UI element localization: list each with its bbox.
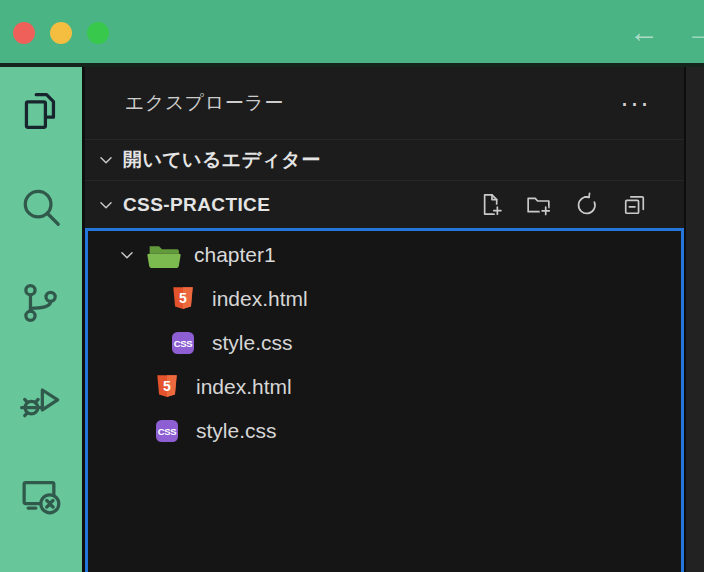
workspace-section-header[interactable]: CSS-PRACTICE: [85, 180, 684, 228]
css-icon: CSS: [155, 418, 179, 444]
open-editors-label: 開いているエディター: [123, 147, 321, 173]
tree-row-folder-chapter1[interactable]: chapter1: [88, 233, 681, 277]
pane-actions: [477, 191, 648, 218]
workspace-folder-label: CSS-PRACTICE: [123, 194, 270, 216]
svg-text:CSS: CSS: [174, 338, 192, 349]
activitybar-remote-explorer-button[interactable]: [18, 474, 64, 520]
explorer-sidebar: エクスプローラー ··· 開いているエディター CSS-PRACTICE: [85, 67, 686, 572]
folder-open-icon: [147, 241, 181, 270]
history-back-icon[interactable]: ←: [629, 14, 659, 50]
debug-play-bug-icon: [18, 376, 64, 426]
tree-item-label: chapter1: [194, 243, 276, 267]
svg-text:5: 5: [163, 378, 171, 394]
history-forward-icon[interactable]: →: [686, 14, 704, 50]
git-branch-icon: [18, 280, 64, 330]
remote-monitor-icon: [18, 472, 64, 522]
activitybar-explorer-button[interactable]: [18, 90, 64, 136]
svg-text:5: 5: [179, 290, 187, 306]
tree-item-label: style.css: [212, 331, 293, 355]
tree-item-label: index.html: [212, 287, 308, 311]
collapse-all-icon[interactable]: [621, 191, 648, 218]
tree-row-style-css[interactable]: CSS style.css: [88, 409, 681, 453]
activitybar-run-debug-button[interactable]: [18, 378, 64, 424]
css-icon: CSS: [171, 330, 195, 356]
tree-row-chapter1-index-html[interactable]: 5 index.html: [88, 277, 681, 321]
traffic-lights: [13, 22, 109, 44]
editor-area[interactable]: [686, 67, 704, 572]
minimize-button[interactable]: [50, 22, 72, 44]
vscode-window: ← →: [0, 0, 704, 572]
main-area: エクスプローラー ··· 開いているエディター CSS-PRACTICE: [0, 67, 704, 572]
new-file-icon[interactable]: [477, 191, 504, 218]
refresh-icon[interactable]: [573, 191, 600, 218]
titlebar: ← →: [0, 0, 704, 67]
chevron-down-icon: [95, 149, 117, 171]
html5-icon: 5: [155, 374, 179, 400]
tree-row-index-html[interactable]: 5 index.html: [88, 365, 681, 409]
html5-icon: 5: [171, 286, 195, 312]
activitybar-source-control-button[interactable]: [18, 282, 64, 328]
new-folder-icon[interactable]: [525, 191, 552, 218]
open-editors-section-header[interactable]: 開いているエディター: [85, 139, 684, 180]
sidebar-title-row: エクスプローラー ···: [85, 67, 684, 139]
more-actions-icon[interactable]: ···: [620, 93, 650, 113]
chevron-down-icon: [116, 244, 138, 266]
tree-row-chapter1-style-css[interactable]: CSS style.css: [88, 321, 681, 365]
search-icon: [18, 184, 64, 234]
activitybar-search-button[interactable]: [18, 186, 64, 232]
tree-item-label: index.html: [196, 375, 292, 399]
files-icon: [18, 88, 64, 138]
svg-text:CSS: CSS: [158, 426, 176, 437]
maximize-button[interactable]: [87, 22, 109, 44]
file-tree: chapter1 5 index.html CSS style.css: [85, 228, 684, 572]
tree-item-label: style.css: [196, 419, 277, 443]
activity-bar: [0, 67, 85, 572]
explorer-title: エクスプローラー: [125, 90, 284, 116]
chevron-down-icon: [95, 194, 117, 216]
close-button[interactable]: [13, 22, 35, 44]
